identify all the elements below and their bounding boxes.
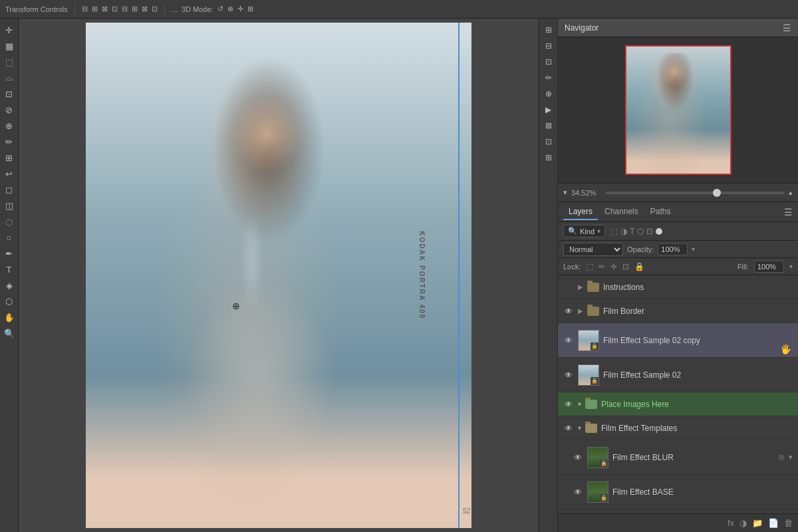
- layer-eye-sample-copy[interactable]: 👁: [563, 335, 574, 346]
- lock-artboard-icon[interactable]: ⊡: [622, 262, 629, 271]
- panel-icon-9[interactable]: ⊞: [541, 150, 556, 165]
- panel-icon-8[interactable]: ⊡: [541, 134, 556, 149]
- blend-mode-select[interactable]: Normal Multiply Screen: [563, 243, 623, 256]
- layer-eye-base[interactable]: 👁: [573, 487, 583, 497]
- zoom-slider-thumb[interactable]: [713, 189, 721, 197]
- panel-icon-6[interactable]: ▶: [541, 102, 556, 117]
- layer-item-instructions[interactable]: 👁 ▶ Instructions: [558, 275, 798, 299]
- align-left-icon[interactable]: ⊟: [82, 5, 88, 13]
- filter-dropdown-arrow[interactable]: ▾: [597, 227, 600, 235]
- healing-tool[interactable]: ⊕: [2, 118, 17, 133]
- distribute-h-icon[interactable]: ⊠: [142, 5, 148, 13]
- clone-tool[interactable]: ⊞: [2, 150, 17, 165]
- filter-search-box[interactable]: 🔍 Kind ▾: [563, 225, 605, 237]
- zoom-in-btn[interactable]: ▴: [789, 188, 793, 197]
- lasso-tool[interactable]: ⌓: [2, 70, 17, 85]
- align-bottom-icon[interactable]: ⊡: [152, 5, 158, 13]
- lock-position-icon[interactable]: ✛: [610, 262, 617, 271]
- pen-tool[interactable]: ✒: [2, 246, 17, 261]
- filter-shape-icon[interactable]: ⬡: [637, 227, 644, 236]
- navigator-menu-btn[interactable]: ☰: [783, 23, 791, 33]
- fx-button[interactable]: fx: [728, 518, 734, 528]
- panel-icon-5[interactable]: ⊕: [541, 86, 556, 101]
- tab-layers[interactable]: Layers: [563, 204, 598, 220]
- layer-item-place-images[interactable]: 👁 ▾ Place Images Here: [558, 392, 798, 416]
- layer-item-base[interactable]: 👁 🔒 Film Effect BASE: [558, 475, 798, 509]
- panel-icon-3[interactable]: ⊡: [541, 55, 556, 69]
- brush-tool[interactable]: ✏: [2, 134, 17, 149]
- zoom-tool[interactable]: 🔍: [2, 326, 17, 340]
- camera-icon[interactable]: ⊞: [247, 5, 253, 13]
- delete-layer-btn[interactable]: 🗑: [784, 518, 793, 528]
- artboard-tool[interactable]: ▦: [2, 39, 17, 53]
- gradient-tool[interactable]: ◫: [2, 198, 17, 213]
- layer-item-film-border[interactable]: 👁 ▶ Film Border: [558, 299, 798, 323]
- filter-smartobj-icon[interactable]: ⊡: [646, 227, 653, 236]
- align-top-icon[interactable]: ⊡: [112, 5, 118, 13]
- layers-list[interactable]: 👁 ▶ Instructions 👁 ▶ Film Border: [558, 275, 798, 513]
- filter-adjustment-icon[interactable]: ◑: [620, 227, 627, 236]
- panel-icon-7[interactable]: ⊠: [541, 118, 556, 133]
- lock-all-icon[interactable]: 🔒: [634, 262, 644, 271]
- distribute-v-icon[interactable]: ⊞: [132, 5, 138, 13]
- layer-eye-templates[interactable]: 👁: [563, 423, 574, 434]
- type-tool[interactable]: T: [2, 262, 17, 277]
- new-group-btn[interactable]: 📁: [752, 518, 763, 528]
- eraser-tool[interactable]: ◻: [2, 182, 17, 197]
- rotate-icon[interactable]: ↺: [217, 5, 223, 13]
- history-tool[interactable]: ↩: [2, 166, 17, 181]
- layer-eye-sample[interactable]: 👁: [563, 370, 574, 380]
- tab-channels[interactable]: Channels: [599, 204, 644, 220]
- layer-arrow-templates[interactable]: ▾: [578, 424, 581, 432]
- layer-arrow-instructions[interactable]: ▶: [578, 283, 583, 291]
- 3d-icon[interactable]: ⊕: [227, 5, 233, 13]
- layer-visibility-icon-blur[interactable]: ◎: [778, 453, 785, 462]
- filter-type-icon[interactable]: T: [630, 227, 634, 236]
- filter-pixel-icon[interactable]: ⬚: [610, 227, 618, 236]
- tab-paths[interactable]: Paths: [645, 204, 676, 220]
- move-icon[interactable]: ✛: [237, 5, 243, 13]
- move-tool[interactable]: ✛: [2, 23, 17, 37]
- hand-tool[interactable]: ✋: [2, 310, 17, 325]
- layer-item-blur[interactable]: 👁 🔒 Film Effect BLUR ◎ ▾: [558, 440, 798, 475]
- toolbar-title: Transform Controls: [5, 5, 68, 13]
- blur-tool[interactable]: ◌: [2, 214, 17, 229]
- layer-expand-icon-blur[interactable]: ▾: [789, 453, 793, 462]
- fill-arrow[interactable]: ▾: [789, 263, 793, 270]
- dodge-tool[interactable]: ○: [2, 230, 17, 245]
- layer-eye-blur[interactable]: 👁: [573, 452, 583, 463]
- layer-arrow-place[interactable]: ▾: [578, 400, 581, 408]
- layer-eye-film-border[interactable]: 👁: [563, 306, 574, 317]
- crop-tool[interactable]: ⊡: [2, 86, 17, 101]
- layer-item-sample-copy[interactable]: 👁 🔒 Film Effect Sample 02 copy 🖐: [558, 323, 798, 358]
- zoom-out-btn[interactable]: ▾: [563, 188, 567, 197]
- more-icon[interactable]: ...: [172, 5, 178, 13]
- fill-input[interactable]: 100%: [754, 261, 784, 273]
- zoom-slider-track[interactable]: [605, 192, 785, 194]
- eyedropper-tool[interactable]: ⊘: [2, 102, 17, 117]
- new-layer-btn[interactable]: 📄: [768, 518, 779, 528]
- filter-color-circle[interactable]: [656, 228, 662, 235]
- distribute-icon[interactable]: ⊟: [122, 5, 128, 13]
- opacity-input[interactable]: 100%: [658, 243, 688, 255]
- opacity-arrow[interactable]: ▾: [692, 245, 695, 253]
- lock-transparent-icon[interactable]: ⬚: [586, 262, 593, 271]
- right-panel: ⊞ ⊟ ⊡ ✏ ⊕ ▶ ⊠ ⊡ ⊞ Navigator ☰: [539, 19, 798, 532]
- panel-icon-4[interactable]: ✏: [541, 70, 556, 85]
- align-right-icon[interactable]: ⊠: [102, 5, 108, 13]
- layers-panel-menu[interactable]: ☰: [784, 207, 793, 217]
- align-center-icon[interactable]: ⊞: [92, 5, 98, 13]
- shape-tool[interactable]: ⬡: [2, 294, 17, 309]
- lock-image-icon[interactable]: ✏: [598, 262, 605, 271]
- layer-eye-place[interactable]: 👁: [563, 399, 574, 410]
- layer-item-sample[interactable]: 👁 🔒 Film Effect Sample 02: [558, 358, 798, 392]
- layer-arrow-film-border[interactable]: ▶: [578, 307, 583, 315]
- layer-item-templates[interactable]: 👁 ▾ Film Effect Templates: [558, 416, 798, 440]
- marquee-tool[interactable]: ⬚: [2, 55, 17, 69]
- new-adjustment-btn[interactable]: ◑: [739, 518, 747, 528]
- layer-eye-instructions[interactable]: 👁: [563, 282, 574, 293]
- canvas-area[interactable]: ⊕ KODAK PORTRA 400 52: [19, 19, 539, 532]
- panel-icon-1[interactable]: ⊞: [541, 23, 556, 37]
- panel-icon-2[interactable]: ⊟: [541, 39, 556, 53]
- path-tool[interactable]: ◈: [2, 278, 17, 293]
